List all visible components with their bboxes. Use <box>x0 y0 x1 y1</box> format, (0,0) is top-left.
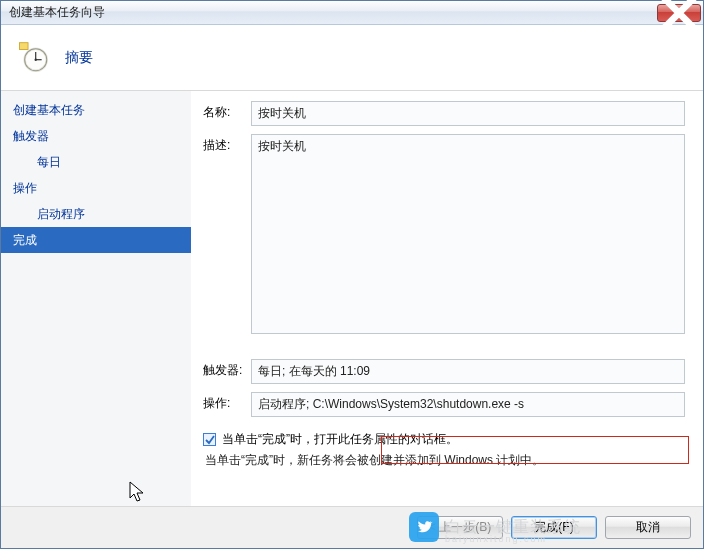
wizard-sidebar: 创建基本任务 触发器 每日 操作 启动程序 完成 <box>1 91 191 506</box>
name-label: 名称: <box>203 101 251 121</box>
open-properties-label: 当单击“完成”时，打开此任务属性的对话框。 <box>222 431 458 448</box>
wizard-window: 创建基本任务向导 摘要 创建基本任务 触发器 每日 操作 启动程序 完成 <box>0 0 704 549</box>
open-properties-checkbox-row[interactable]: 当单击“完成”时，打开此任务属性的对话框。 <box>203 431 685 448</box>
sidebar-item-start-program[interactable]: 启动程序 <box>1 201 191 227</box>
wizard-footer: 白云一键重装系统 baiyunxitong.com < 上一步(B) 完成(F)… <box>1 506 703 548</box>
clock-icon <box>17 41 51 75</box>
sidebar-item-trigger[interactable]: 触发器 <box>1 123 191 149</box>
svg-point-5 <box>35 58 37 60</box>
description-label: 描述: <box>203 134 251 154</box>
finish-button[interactable]: 完成(F) <box>511 516 597 539</box>
svg-rect-0 <box>20 42 29 49</box>
wizard-header: 摘要 <box>1 25 703 91</box>
action-value: 启动程序; C:\Windows\System32\shutdown.exe -… <box>251 392 685 417</box>
open-properties-checkbox[interactable] <box>203 433 216 446</box>
trigger-label: 触发器: <box>203 359 251 379</box>
sidebar-item-finish[interactable]: 完成 <box>1 227 191 253</box>
titlebar: 创建基本任务向导 <box>1 1 703 25</box>
checkmark-icon <box>205 435 215 445</box>
cancel-button[interactable]: 取消 <box>605 516 691 539</box>
wizard-body: 创建基本任务 触发器 每日 操作 启动程序 完成 名称: 按时关机 描述: 按时… <box>1 91 703 506</box>
action-label: 操作: <box>203 392 251 412</box>
sidebar-item-create-basic-task[interactable]: 创建基本任务 <box>1 97 191 123</box>
wizard-main: 名称: 按时关机 描述: 按时关机 触发器: 每日; 在每天的 11:09 操作… <box>191 91 703 506</box>
sidebar-item-daily[interactable]: 每日 <box>1 149 191 175</box>
sidebar-item-action[interactable]: 操作 <box>1 175 191 201</box>
name-field[interactable]: 按时关机 <box>251 101 685 126</box>
finish-hint: 当单击“完成”时，新任务将会被创建并添加到 Windows 计划中。 <box>203 448 685 469</box>
back-button[interactable]: < 上一步(B) <box>417 516 503 539</box>
window-title: 创建基本任务向导 <box>9 4 657 21</box>
description-field[interactable]: 按时关机 <box>251 134 685 334</box>
close-button[interactable] <box>657 4 701 22</box>
wizard-step-title: 摘要 <box>65 49 93 67</box>
trigger-value: 每日; 在每天的 11:09 <box>251 359 685 384</box>
